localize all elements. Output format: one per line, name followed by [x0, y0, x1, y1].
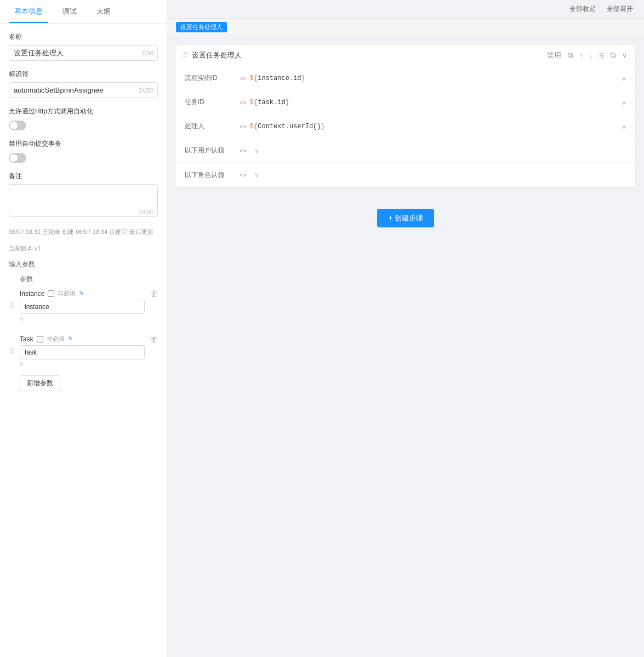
tx-label: 禁用自动提交事务	[9, 139, 158, 148]
code-icon-4: <>	[240, 172, 247, 178]
right-panel: 全部收起 全部展开 设置任务处理人 ⠿ 设置任务处理人 禁用 ⧉ ↑ ↓ ⎘ ⧉	[167, 0, 644, 657]
note-label: 备注	[9, 172, 158, 181]
param-edit-icon-task[interactable]: ✎	[68, 335, 73, 342]
breadcrumb-bar: 设置任务处理人	[167, 19, 644, 36]
http-toggle-wrapper	[9, 121, 158, 130]
create-step-button[interactable]: + 创建步骤	[377, 209, 434, 227]
step-row-expand-1[interactable]: ∨	[622, 99, 626, 106]
step-card-header: ⠿ 设置任务处理人 禁用 ⧉ ↑ ↓ ⎘ ⧉ ∨	[176, 45, 635, 66]
param-item-instance: ⠿ Instance 非必填 ✎ ⎘ 🗑	[9, 289, 158, 322]
step-row-label-task-id: 任务ID	[185, 98, 240, 107]
param-name-task: Task	[20, 335, 33, 343]
left-content: 名称 7/50 标识符 24/50 允许通过Http方式调用自动化 禁用自动提交…	[0, 24, 167, 657]
param-copy-btn-task[interactable]: ⎘	[20, 361, 24, 367]
breadcrumb-tag: 设置任务处理人	[176, 22, 227, 32]
step-row-label-user-claim: 以下用户认领	[185, 146, 240, 155]
param-input-wrapper-instance: ⎘	[20, 300, 145, 322]
right-top-bar: 全部收起 全部展开	[167, 0, 644, 19]
id-input-wrapper: 24/50	[9, 82, 158, 98]
name-input-wrapper: 7/50	[9, 45, 158, 61]
http-label: 允许通过Http方式调用自动化	[9, 107, 158, 116]
http-toggle[interactable]	[9, 121, 26, 130]
note-section: 备注 0/500	[9, 172, 158, 219]
id-section: 标识符 24/50	[9, 70, 158, 98]
param-drag-handle-instance[interactable]: ⠿	[9, 301, 14, 310]
name-input[interactable]	[9, 45, 158, 61]
param-item-task: ⠿ Task 非必填 ✎ ⎘ 🗑	[9, 335, 158, 368]
step-row-user-claim: 以下用户认领 <> ∨	[176, 139, 635, 163]
code-value-handler: ${Context.userId()}	[250, 123, 614, 130]
code-value-process-instance-id: ${instance.id}	[250, 75, 614, 82]
param-header-task: Task 非必填 ✎	[20, 335, 158, 343]
param-optional-instance: 非必填	[58, 289, 76, 298]
move-up-button[interactable]: ↑	[578, 50, 584, 61]
collapse-all-button[interactable]: 全部收起	[567, 3, 598, 15]
name-label: 名称	[9, 32, 158, 42]
tx-toggle-wrapper	[9, 153, 158, 163]
tx-toggle[interactable]	[9, 153, 26, 163]
param-drag-handle-task[interactable]: ⠿	[9, 347, 14, 356]
step-row-process-instance-id: 流程实例ID <> ${instance.id} ∨	[176, 66, 635, 90]
param-input-wrapper-task: ⎘	[20, 345, 145, 368]
note-count: 0/500	[138, 209, 153, 215]
note-textarea-wrapper: 0/500	[9, 184, 158, 219]
step-header-actions: 禁用 ⧉ ↑ ↓ ⎘ ⧉ ∨	[546, 49, 629, 61]
tab-basic-info[interactable]: 基本信息	[9, 0, 48, 23]
disable-button[interactable]: 禁用	[546, 49, 562, 61]
param-edit-icon-instance[interactable]: ✎	[79, 290, 84, 297]
code-value-task-id: ${task.id}	[250, 99, 614, 106]
step-row-value-role-claim: <> ∨	[240, 171, 626, 179]
http-section: 允许通过Http方式调用自动化	[9, 107, 158, 130]
tab-outline[interactable]: 大纲	[91, 0, 116, 23]
step-row-expand-0[interactable]: ∨	[622, 75, 626, 82]
id-label: 标识符	[9, 70, 158, 79]
step-drag-handle[interactable]: ⠿	[183, 52, 187, 59]
param-divider	[20, 330, 158, 330]
param-header-instance: Instance 非必填 ✎	[20, 289, 158, 298]
step-row-value-handler: <> ${Context.userId()} ∨	[240, 123, 626, 130]
note-textarea[interactable]	[9, 184, 158, 217]
step-row-expand-4[interactable]: ∨	[254, 171, 259, 179]
param-delete-btn-instance[interactable]: 🗑	[150, 289, 158, 298]
expand-all-button[interactable]: 全部展开	[605, 3, 635, 15]
code-icon-0: <>	[240, 75, 247, 82]
param-checkbox-instance[interactable]	[48, 290, 54, 297]
name-count: 7/50	[142, 50, 153, 56]
right-content: ⠿ 设置任务处理人 禁用 ⧉ ↑ ↓ ⎘ ⧉ ∨ 流程实例ID	[167, 36, 644, 657]
code-icon-2: <>	[240, 123, 247, 130]
param-copy-btn-instance[interactable]: ⎘	[20, 315, 24, 322]
param-input-instance[interactable]	[20, 300, 145, 314]
step-card-body: 流程实例ID <> ${instance.id} ∨ 任务ID <>	[176, 66, 635, 187]
delete-step-button[interactable]: ⧉	[609, 50, 617, 61]
step-row-value-process-instance-id: <> ${instance.id} ∨	[240, 75, 626, 82]
params-section-header: 输入参数	[9, 260, 158, 269]
meta-version: 当前版本 v1	[9, 244, 158, 254]
step-card: ⠿ 设置任务处理人 禁用 ⧉ ↑ ↓ ⎘ ⧉ ∨ 流程实例ID	[176, 45, 635, 187]
param-name-instance: Instance	[20, 290, 44, 298]
step-row-label-role-claim: 以下角色认领	[185, 170, 240, 180]
step-row-task-id: 任务ID <> ${task.id} ∨	[176, 90, 635, 115]
left-panel: 基本信息 调试 大纲 名称 7/50 标识符 24/50 允许通过Http方式调…	[0, 0, 167, 657]
expand-step-button[interactable]: ∨	[621, 50, 629, 61]
paste-button[interactable]: ⎘	[599, 50, 605, 61]
step-row-value-task-id: <> ${task.id} ∨	[240, 99, 626, 106]
step-row-handler: 处理人 <> ${Context.userId()} ∨	[176, 115, 635, 139]
step-row-expand-3[interactable]: ∨	[254, 147, 259, 155]
move-down-button[interactable]: ↓	[589, 50, 595, 61]
name-section: 名称 7/50	[9, 32, 158, 61]
code-icon-3: <>	[240, 147, 247, 154]
tab-debug[interactable]: 调试	[57, 0, 82, 23]
copy-step-button[interactable]: ⧉	[567, 50, 574, 61]
step-row-expand-2[interactable]: ∨	[622, 123, 626, 130]
step-row-role-claim: 以下角色认领 <> ∨	[176, 163, 635, 187]
params-col-label: 参数	[9, 275, 158, 284]
param-input-task[interactable]	[20, 345, 145, 359]
id-count: 24/50	[138, 87, 153, 94]
add-param-button[interactable]: 新增参数	[20, 375, 60, 391]
tx-section: 禁用自动提交事务	[9, 139, 158, 163]
id-input[interactable]	[9, 82, 158, 98]
code-icon-1: <>	[240, 99, 247, 106]
param-delete-btn-task[interactable]: 🗑	[150, 335, 158, 344]
param-checkbox-task[interactable]	[37, 336, 43, 342]
meta-created: 06/07 18:31 王延峰 创建 06/07 18:34 肖建宇 最后更新	[9, 227, 158, 237]
